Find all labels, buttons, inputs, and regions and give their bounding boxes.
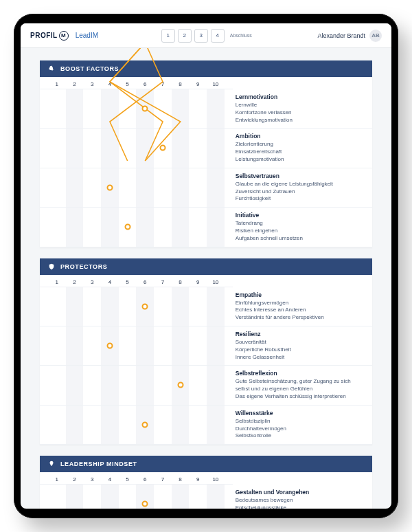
axis-tick: 9: [189, 476, 207, 483]
axis-tick: 9: [189, 81, 207, 87]
axis-tick: 2: [66, 476, 84, 483]
axis-tick: 5: [119, 81, 137, 87]
step-3[interactable]: 3: [194, 29, 208, 43]
axis-tick: 7: [154, 279, 172, 285]
data-point: [142, 106, 148, 112]
brand-m-icon: M: [59, 31, 69, 41]
scale-axis: 12345678910: [40, 77, 233, 89]
axis-tick: 2: [66, 279, 84, 285]
data-point: [142, 501, 148, 507]
axis-tick: 6: [136, 279, 154, 285]
axis-tick: 4: [101, 476, 119, 483]
rows: LernmotivationLernwilleKomfortzone verla…: [40, 89, 372, 247]
rocket-icon: [48, 65, 55, 72]
connector-line: [40, 89, 372, 247]
axis-tick: 9: [189, 279, 207, 285]
scale-axis: 12345678910: [40, 275, 233, 287]
axis-tick: 7: [154, 476, 172, 483]
step-2[interactable]: 2: [178, 29, 192, 43]
axis-tick: 8: [172, 476, 190, 483]
section-panel: PROTECTORS12345678910EmpathieEinfühlungs…: [40, 258, 372, 445]
axis-tick: 1: [48, 279, 66, 285]
axis-tick: 8: [172, 279, 190, 285]
brand-text: PROFIL: [30, 32, 58, 39]
data-point: [124, 224, 130, 230]
step-1[interactable]: 1: [161, 29, 175, 43]
step-4[interactable]: 4: [211, 29, 225, 43]
data-point: [142, 303, 148, 309]
section-panel: LEADERSHIP MINDSET12345678910Gestalten u…: [40, 456, 372, 509]
axis-tick: 4: [101, 279, 119, 285]
pin-icon: [48, 461, 55, 467]
step-final-label: Abschluss: [227, 33, 255, 38]
connector-line: [40, 287, 372, 445]
axis-tick: 1: [48, 476, 66, 483]
data-point: [106, 342, 113, 348]
section-header: PROTECTORS: [40, 258, 372, 275]
brand-logo: PROFIL M: [30, 31, 69, 41]
rows: EmpathieEinfühlungsvermögenEchtes Intere…: [40, 287, 372, 445]
axis-tick: 5: [119, 279, 137, 285]
avatar: AB: [369, 30, 382, 42]
axis-tick: 6: [136, 81, 154, 87]
axis-tick: 3: [83, 279, 101, 285]
user-name: Alexander Brandt: [317, 32, 365, 39]
axis-tick: 8: [172, 81, 190, 87]
section-header: BOOST FACTORS: [40, 60, 372, 77]
axis-tick: 1: [48, 81, 66, 87]
axis-tick: 3: [83, 476, 101, 483]
connector-line: [40, 485, 372, 509]
section-header: LEADERSHIP MINDSET: [40, 456, 372, 472]
tablet-frame: PROFIL M LeadIM 1 2 3 4 Abschluss Alexan…: [14, 14, 398, 518]
axis-tick: 6: [136, 476, 154, 483]
axis-tick: 10: [207, 476, 225, 483]
section-title: PROTECTORS: [60, 263, 107, 270]
axis-tick: 2: [66, 81, 84, 87]
axis-tick: 10: [207, 279, 225, 285]
rows: Gestalten und VorangehenBedeutsames bewe…: [40, 485, 372, 509]
axis-tick: 5: [119, 476, 137, 483]
data-point: [142, 421, 148, 428]
axis-tick: 10: [207, 81, 225, 87]
data-point: [177, 382, 183, 388]
report-body: BOOST FACTORS12345678910LernmotivationLe…: [21, 48, 391, 509]
shield-icon: [48, 263, 55, 270]
screen: PROFIL M LeadIM 1 2 3 4 Abschluss Alexan…: [21, 23, 391, 509]
data-point: [106, 184, 113, 190]
section-title: BOOST FACTORS: [60, 65, 119, 72]
section-panel: BOOST FACTORS12345678910LernmotivationLe…: [40, 60, 372, 247]
scale-axis: 12345678910: [40, 472, 233, 485]
data-point: [160, 145, 166, 151]
breadcrumb[interactable]: LeadIM: [76, 32, 98, 39]
app-bar: PROFIL M LeadIM 1 2 3 4 Abschluss Alexan…: [21, 23, 391, 48]
progress-steps: 1 2 3 4 Abschluss: [161, 29, 255, 43]
user-block[interactable]: Alexander Brandt AB: [317, 30, 382, 42]
axis-tick: 3: [83, 81, 101, 87]
section-title: LEADERSHIP MINDSET: [60, 461, 137, 467]
